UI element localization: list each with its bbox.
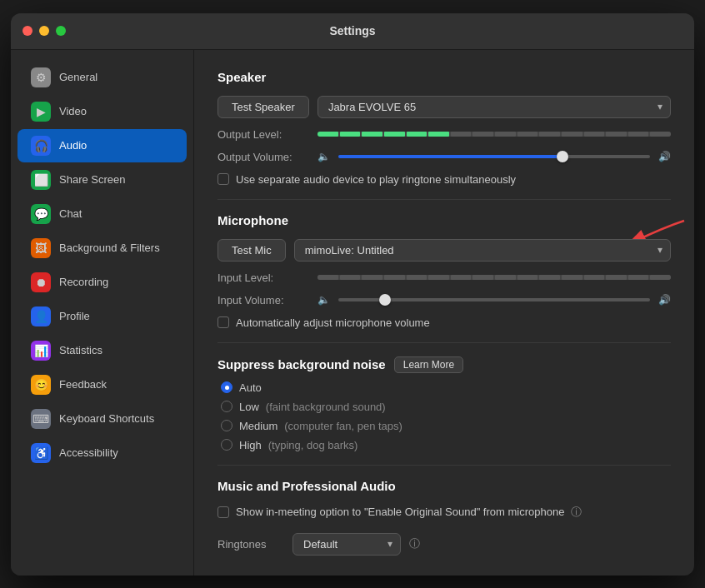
volume-low-icon: 🔈: [318, 151, 330, 162]
noise-title: Suppress background noise: [218, 357, 386, 371]
accessibility-icon: ♿: [31, 443, 51, 463]
input-volume-thumb[interactable]: [379, 294, 391, 306]
speaker-select[interactable]: Jabra EVOLVE 65: [318, 96, 671, 118]
noise-radio-high[interactable]: [221, 439, 232, 451]
auto-adjust-label: Automatically adjust microphone volume: [236, 316, 430, 329]
noise-radio-group: Auto Low (faint background sound) Medium…: [218, 381, 671, 451]
noise-section: Suppress background noise Learn More Aut…: [218, 356, 671, 451]
mic-device-row: Test Mic mimoLive: Untitled ▾: [218, 239, 671, 262]
ringtones-row: Ringtones Default ▾ ⓘ: [218, 530, 671, 556]
original-sound-row: Show in-meeting option to "Enable Origin…: [218, 505, 671, 520]
noise-label-high: High: [239, 439, 262, 451]
volume-high-icon: 🔊: [658, 151, 671, 162]
original-sound-help-icon[interactable]: ⓘ: [571, 505, 582, 520]
sidebar-item-audio[interactable]: 🎧 Audio: [18, 129, 187, 162]
audio-icon: 🎧: [31, 136, 51, 156]
sidebar-item-accessibility[interactable]: ♿ Accessibility: [18, 436, 187, 470]
minimize-button[interactable]: [39, 26, 49, 36]
separate-device-checkbox[interactable]: [218, 173, 229, 185]
sidebar-label-recording: Recording: [59, 276, 108, 288]
traffic-lights: [22, 26, 66, 36]
input-level-label: Input Level:: [218, 272, 309, 284]
mic-select-wrapper: mimoLive: Untitled ▾: [294, 239, 671, 262]
sidebar-label-audio: Audio: [59, 139, 87, 152]
sidebar-item-video[interactable]: ▶ Video: [18, 95, 187, 128]
share-icon: ⬜: [31, 170, 51, 190]
feedback-icon: 😊: [31, 375, 51, 395]
noise-option-low[interactable]: Low (faint background sound): [221, 401, 671, 413]
ringtones-label: Ringtones: [218, 538, 284, 551]
settings-panel: Speaker Test Speaker Jabra EVOLVE 65 ▾ O…: [194, 50, 694, 576]
microphone-section-title: Microphone: [218, 213, 671, 227]
noise-desc-high: (typing, dog barks): [268, 439, 358, 451]
input-volume-label: Input Volume:: [218, 294, 309, 306]
divider-3: [218, 465, 671, 466]
divider-1: [218, 199, 671, 200]
sidebar: ⚙ General ▶ Video 🎧 Audio ⬜ Share Screen…: [11, 50, 194, 576]
noise-radio-low[interactable]: [221, 401, 232, 412]
noise-label-medium: Medium: [239, 420, 278, 432]
sidebar-label-feedback: Feedback: [59, 378, 107, 391]
sidebar-item-keyboard[interactable]: ⌨ Keyboard Shortcuts: [18, 402, 187, 436]
sidebar-item-feedback[interactable]: 😊 Feedback: [18, 368, 187, 401]
test-speaker-button[interactable]: Test Speaker: [218, 96, 309, 118]
sidebar-item-share[interactable]: ⬜ Share Screen: [18, 163, 187, 197]
noise-radio-medium[interactable]: [221, 420, 232, 431]
original-sound-checkbox[interactable]: [218, 506, 229, 518]
bg-icon: 🖼: [31, 238, 51, 258]
output-volume-row: Output Volume: 🔈 🔊: [218, 151, 671, 163]
output-volume-label: Output Volume:: [218, 151, 309, 163]
noise-radio-auto[interactable]: [221, 381, 232, 393]
ringtones-select-wrapper: Default ▾: [292, 533, 401, 556]
noise-option-medium[interactable]: Medium (computer fan, pen taps): [221, 420, 671, 432]
ringtones-help-icon[interactable]: ⓘ: [409, 536, 420, 551]
separate-device-row: Use separate audio device to play ringto…: [218, 173, 671, 186]
sidebar-label-stats: Statistics: [59, 344, 102, 356]
sidebar-item-recording[interactable]: ⏺ Recording: [18, 266, 187, 299]
output-volume-thumb[interactable]: [557, 151, 568, 162]
general-icon: ⚙: [31, 67, 51, 87]
speaker-select-wrapper: Jabra EVOLVE 65 ▾: [318, 96, 671, 118]
sidebar-item-bg[interactable]: 🖼 Background & Filters: [18, 232, 187, 265]
original-sound-label: Show in-meeting option to "Enable Origin…: [236, 506, 564, 518]
noise-label-low: Low: [239, 401, 259, 413]
learn-more-button[interactable]: Learn More: [394, 356, 463, 373]
input-volume-slider[interactable]: [338, 298, 650, 301]
sidebar-item-stats[interactable]: 📊 Statistics: [18, 334, 187, 367]
noise-label-auto: Auto: [239, 381, 262, 394]
window-title: Settings: [329, 24, 375, 37]
sidebar-label-general: General: [59, 71, 98, 83]
input-level-row: Input Level:: [218, 272, 671, 284]
stats-icon: 📊: [31, 341, 51, 361]
close-button[interactable]: [22, 26, 32, 36]
settings-window: Settings ⚙ General ▶ Video 🎧 Audio ⬜ Sha…: [11, 13, 694, 576]
test-mic-button[interactable]: Test Mic: [218, 239, 286, 262]
output-volume-slider[interactable]: [338, 155, 650, 158]
auto-adjust-checkbox[interactable]: [218, 316, 229, 328]
mic-volume-high-icon: 🔊: [658, 294, 671, 306]
arrow-to-audio: [194, 92, 202, 145]
noise-header: Suppress background noise Learn More: [218, 356, 671, 373]
maximize-button[interactable]: [56, 26, 66, 36]
input-volume-row: Input Volume: 🔈 🔊: [218, 294, 671, 306]
sidebar-label-accessibility: Accessibility: [59, 446, 118, 459]
chat-icon: 💬: [31, 204, 51, 224]
mic-volume-low-icon: 🔈: [318, 294, 330, 306]
sidebar-item-chat[interactable]: 💬 Chat: [18, 197, 187, 231]
sidebar-item-general[interactable]: ⚙ General: [18, 61, 187, 94]
sidebar-label-keyboard: Keyboard Shortcuts: [59, 412, 154, 425]
main-content: ⚙ General ▶ Video 🎧 Audio ⬜ Share Screen…: [11, 50, 694, 576]
separate-device-label: Use separate audio device to play ringto…: [236, 173, 516, 186]
sidebar-label-bg: Background & Filters: [59, 242, 160, 254]
recording-icon: ⏺: [31, 272, 51, 292]
keyboard-icon: ⌨: [31, 409, 51, 429]
output-level-track: [318, 132, 671, 137]
titlebar: Settings: [11, 13, 694, 50]
mic-select[interactable]: mimoLive: Untitled: [294, 239, 671, 262]
speaker-section-title: Speaker: [218, 70, 671, 84]
noise-option-high[interactable]: High (typing, dog barks): [221, 439, 671, 451]
ringtones-select[interactable]: Default: [292, 533, 401, 556]
sidebar-item-profile[interactable]: 👤 Profile: [18, 300, 187, 333]
noise-option-auto[interactable]: Auto: [221, 381, 671, 394]
input-level-track: [318, 275, 671, 280]
